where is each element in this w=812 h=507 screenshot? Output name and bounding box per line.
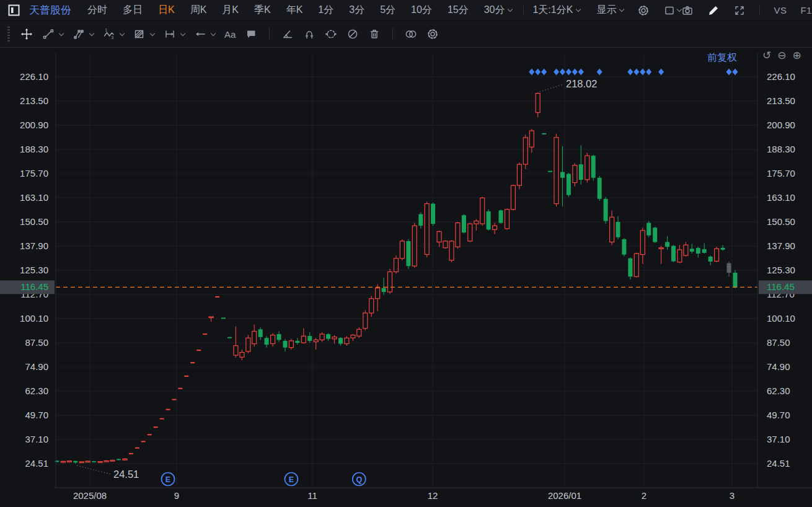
stock-name[interactable]: 天普股份: [29, 3, 71, 17]
drawing-toolbar: 13Aa: [0, 21, 812, 48]
fullscreen-icon[interactable]: [733, 4, 746, 17]
annotations: 218.0224.51: [77, 78, 597, 480]
indicator-box-icon[interactable]: [663, 4, 681, 17]
measure-tool[interactable]: [164, 28, 185, 40]
chevron-down-icon: [150, 30, 155, 35]
svg-text:87.50: 87.50: [767, 337, 790, 348]
compare-circles-tool[interactable]: [405, 28, 417, 40]
drag-handle[interactable]: [6, 26, 11, 42]
tab-多日[interactable]: 多日: [123, 4, 143, 17]
channel-tool[interactable]: [73, 28, 94, 40]
note-diamond-icons: [529, 69, 738, 76]
zoom-in-icon[interactable]: ⊕: [793, 50, 801, 61]
pattern-tool[interactable]: [133, 28, 154, 40]
continuous-draw-tool[interactable]: [325, 28, 337, 40]
note-diamond-icon: [627, 69, 633, 76]
svg-text:100.10: 100.10: [767, 313, 795, 324]
svg-text:175.70: 175.70: [767, 168, 795, 179]
toolbar-divider: [392, 28, 393, 40]
text-tool[interactable]: Aa: [224, 29, 236, 40]
note-diamond-icon: [732, 69, 738, 76]
tab-分时[interactable]: 分时: [87, 4, 107, 17]
note-diamond-icon: [658, 69, 664, 76]
tab-10分[interactable]: 10分: [411, 4, 432, 17]
wave-tool[interactable]: 13: [103, 28, 124, 40]
comment-tool[interactable]: [245, 28, 257, 40]
svg-text:226.10: 226.10: [20, 71, 48, 82]
svg-text:175.70: 175.70: [20, 168, 48, 179]
svg-text:188.30: 188.30: [20, 144, 48, 154]
chart-area: 218.0224.51EEQ226.10226.10213.50213.5020…: [0, 48, 812, 507]
note-diamond-icon: [554, 69, 559, 76]
adjust-mode-label[interactable]: 前复权: [707, 51, 737, 64]
app-logo-icon[interactable]: [7, 4, 20, 17]
note-diamond-icon: [578, 69, 584, 76]
tab-月K[interactable]: 月K: [222, 4, 239, 17]
tab-1分[interactable]: 1分: [318, 4, 333, 17]
tab-30分[interactable]: 30分: [484, 4, 513, 17]
note-diamond-icon: [633, 69, 639, 76]
svg-text:163.10: 163.10: [20, 192, 48, 203]
draw-settings-tool[interactable]: [426, 28, 439, 40]
note-diamond-icon: [597, 69, 602, 76]
tab-15分[interactable]: 15分: [448, 4, 469, 17]
display-select[interactable]: 显示: [596, 4, 624, 17]
svg-text:137.90: 137.90: [767, 240, 795, 251]
move-tool[interactable]: [20, 28, 33, 40]
note-diamond-icon: [529, 69, 534, 76]
vs-compare-button[interactable]: VS: [774, 5, 787, 15]
svg-text:200.90: 200.90: [767, 120, 795, 130]
tab-周K[interactable]: 周K: [190, 4, 207, 17]
svg-text:213.50: 213.50: [20, 95, 48, 106]
zoom-out-icon[interactable]: ⊖: [777, 50, 786, 61]
f10-button[interactable]: F10: [800, 5, 812, 15]
event-marker-E[interactable]: E: [162, 473, 175, 486]
event-marker-Q[interactable]: Q: [353, 473, 366, 486]
toolbar-divider: [269, 28, 270, 40]
tab-季K[interactable]: 季K: [254, 4, 271, 17]
hide-drawings-tool[interactable]: [346, 28, 359, 40]
pencil-icon[interactable]: [707, 4, 720, 17]
gear-icon[interactable]: [637, 4, 650, 17]
arrow-tool[interactable]: [194, 28, 215, 40]
note-diamond-icon: [535, 69, 541, 76]
svg-text:2025/08: 2025/08: [73, 490, 107, 501]
candlestick-chart[interactable]: 218.0224.51EEQ226.10226.10213.50213.5020…: [0, 48, 812, 507]
chevron-down-icon: [120, 30, 125, 35]
chevron-down-icon: [89, 30, 94, 35]
magnet-tool[interactable]: [303, 28, 316, 40]
gridlines: [56, 53, 757, 488]
svg-text:62.30: 62.30: [767, 386, 790, 396]
tab-5分[interactable]: 5分: [380, 4, 395, 17]
note-diamond-icon: [726, 69, 732, 76]
svg-text:1: 1: [105, 28, 108, 32]
svg-text:24.51: 24.51: [767, 458, 790, 469]
zoom-reset-icon[interactable]: ↺: [762, 50, 771, 61]
svg-text:24.51: 24.51: [25, 458, 48, 469]
svg-text:24.51: 24.51: [113, 469, 139, 480]
svg-text:213.50: 213.50: [767, 95, 795, 106]
tab-3分[interactable]: 3分: [349, 4, 364, 17]
svg-text:37.10: 37.10: [767, 434, 790, 444]
event-marker-E[interactable]: E: [285, 473, 298, 486]
candles: [55, 92, 738, 464]
tab-年K[interactable]: 年K: [286, 4, 303, 17]
chevron-down-icon: [576, 7, 581, 12]
trend-line-tool[interactable]: [42, 28, 63, 40]
svg-text:150.50: 150.50: [767, 216, 795, 227]
svg-text:E: E: [165, 475, 170, 484]
camera-icon[interactable]: [681, 4, 694, 17]
note-diamond-icon: [541, 69, 547, 76]
angle-tool[interactable]: [281, 28, 294, 40]
delete-tool[interactable]: [368, 28, 381, 40]
tab-日K[interactable]: 日K: [158, 4, 175, 17]
chevron-down-icon: [508, 7, 513, 12]
svg-text:188.30: 188.30: [767, 144, 795, 154]
chevron-down-icon: [180, 30, 185, 35]
svg-text:74.90: 74.90: [767, 361, 790, 372]
custom-period-select[interactable]: 1天:1分K: [532, 4, 580, 17]
svg-text:62.30: 62.30: [25, 386, 48, 396]
svg-text:12: 12: [428, 490, 438, 501]
svg-text:2: 2: [642, 490, 647, 501]
svg-text:116.45: 116.45: [767, 281, 795, 292]
